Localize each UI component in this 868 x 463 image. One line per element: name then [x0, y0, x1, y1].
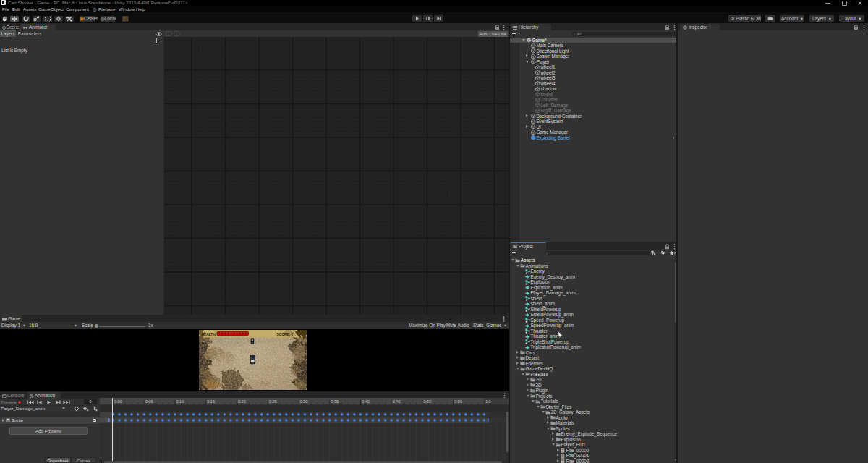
svg-text:1:0: 1:0 [485, 399, 491, 404]
svg-text:HEALTH:: HEALTH: [202, 333, 217, 336]
svg-text:0:30: 0:30 [299, 399, 307, 404]
svg-text:0:40: 0:40 [362, 399, 370, 404]
svg-text:0:45: 0:45 [393, 399, 401, 404]
svg-text:0:00: 0:00 [114, 399, 122, 404]
svg-text:0:20: 0:20 [238, 399, 246, 404]
svg-text:0:10: 0:10 [176, 399, 184, 404]
svg-text:0:50: 0:50 [423, 399, 431, 404]
svg-text:SCORE: 0: SCORE: 0 [277, 333, 294, 336]
svg-text:0:35: 0:35 [331, 399, 339, 404]
svg-text:0:05: 0:05 [145, 399, 153, 404]
svg-text:0:15: 0:15 [207, 399, 215, 404]
svg-text:0:25: 0:25 [269, 399, 277, 404]
svg-text:0:55: 0:55 [454, 399, 462, 404]
